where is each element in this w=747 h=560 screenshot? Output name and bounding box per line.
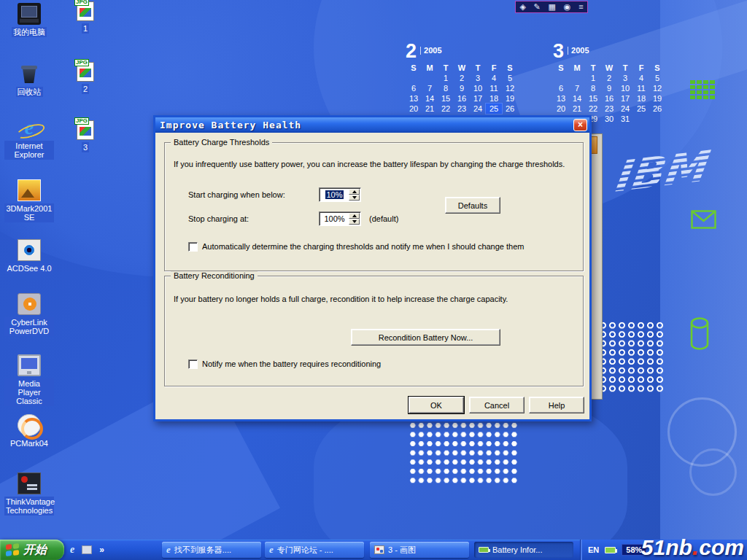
language-indicator[interactable]: EN (588, 545, 599, 554)
weekday-label: S (406, 63, 422, 73)
menu-icon[interactable]: ≡ (578, 1, 583, 12)
help-button[interactable]: Help (529, 397, 584, 413)
checkbox-icon[interactable] (188, 359, 198, 369)
task-button-label: 找不到服务器.... (174, 545, 231, 556)
desktop-icon-internet-explorer[interactable]: e Internet Explorer (4, 117, 54, 160)
battery-tray-icon[interactable] (605, 547, 616, 553)
calendar-day: 11 (486, 83, 502, 93)
calendar-day (406, 73, 422, 83)
recondition-battery-button[interactable]: Recondition Battery Now... (351, 329, 500, 346)
checkbox-icon[interactable] (188, 242, 198, 252)
dot-grid-pattern (409, 421, 518, 485)
calendar-day: 13 (406, 93, 422, 104)
calendar-day: 7 (569, 83, 585, 93)
start-charging-spinner[interactable]: 10% (319, 187, 361, 202)
task-button-battery-information[interactable]: Battery Infor... (474, 542, 573, 558)
desktop-icon-label: PCMark04 (9, 438, 50, 448)
task-button-forum[interactable]: e 专门网论坛 - .... (265, 542, 364, 558)
weekday-label: F (486, 63, 502, 73)
spinner-up-icon[interactable] (349, 189, 360, 195)
calendar-day: 7 (422, 83, 438, 93)
calendar-day: 19 (502, 93, 518, 104)
calendar-day: 4 (486, 73, 502, 83)
calendar-day: 26 (502, 104, 518, 114)
desktop-icon-pcmark04[interactable]: PCMark04 (4, 414, 54, 448)
calendar-day: 26 (649, 104, 665, 114)
weekday-label: T (438, 63, 454, 73)
jpg-file-icon: JPG (77, 62, 94, 82)
stop-charging-spinner[interactable]: 100% (319, 211, 361, 226)
calendar-title: 3 2005 (553, 41, 665, 63)
weekday-label: T (585, 63, 601, 73)
desktop-icon-media-player-classic[interactable]: Media Player Classic (4, 354, 54, 406)
windows-flag-icon (6, 543, 19, 556)
desktop-file-jpg-1[interactable]: JPG 1 (69, 1, 102, 34)
thinkvantage-icon (18, 472, 41, 494)
desktop-file-jpg-2[interactable]: JPG 2 (69, 62, 102, 94)
notify-reconditioning-checkbox[interactable]: Notify me when the battery requires reco… (188, 359, 568, 369)
group-title: Battery Charge Thresholds (171, 138, 272, 147)
desktop-icon-label: 我的电脑 (12, 27, 47, 37)
start-button[interactable]: 开始 (0, 540, 64, 560)
dialog-title: Improve Battery Health (160, 120, 301, 131)
task-button-paint[interactable]: 3 - 画图 (370, 542, 469, 558)
ring-grid-pattern (598, 321, 665, 393)
desktop-icon-acdsee[interactable]: ACDSee 4.0 (4, 239, 54, 273)
calendar-day: 31 (617, 114, 633, 124)
pen-icon[interactable]: ✎ (534, 1, 541, 12)
calendar-day: 12 (502, 83, 518, 93)
stop-charging-value[interactable]: 100% (321, 214, 348, 223)
ok-button[interactable]: OK (409, 397, 464, 413)
close-icon[interactable]: × (573, 119, 587, 131)
start-charging-value[interactable]: 10% (321, 190, 348, 199)
media-player-quicklaunch-icon[interactable] (82, 545, 92, 554)
quicklaunch-chevron-icon[interactable]: » (99, 545, 104, 555)
calendar-day: 24 (617, 104, 633, 114)
desktop: IBM 2 2005 SMTWTFS 123456789101112131415… (0, 0, 747, 560)
spreadsheet-grid-icon (690, 80, 719, 102)
target-icon[interactable]: ◉ (564, 1, 571, 12)
desktop-icon-my-computer[interactable]: 我的电脑 (4, 3, 54, 37)
cancel-button[interactable]: Cancel (469, 397, 525, 413)
calendar-day: 16 (454, 93, 470, 104)
task-button-label: 3 - 画图 (388, 545, 416, 556)
calendar-day: 11 (633, 83, 649, 93)
calendar-day: 6 (406, 83, 422, 93)
checkbox-label: Notify me when the battery requires reco… (202, 359, 381, 368)
start-button-label: 开始 (23, 542, 47, 558)
internet-explorer-icon: e (18, 117, 41, 139)
calendar-weekday-row: SMTWTFS (406, 63, 518, 73)
acdsee-icon (18, 239, 41, 261)
calendar-day: 20 (406, 104, 422, 114)
calendar-year: 2005 (420, 47, 441, 55)
spinner-up-icon[interactable] (349, 213, 360, 219)
calendar-day: 10 (617, 83, 633, 93)
floating-mini-toolbar: ◈ ✎ ▦ ◉ ≡ (515, 1, 588, 13)
watermark-dot: . (692, 542, 699, 550)
desktop-icon-recycle-bin[interactable]: 回收站 (4, 63, 54, 97)
diamond-icon[interactable]: ◈ (519, 1, 525, 12)
desktop-file-jpg-3[interactable]: JPG 3 (69, 120, 102, 152)
internet-explorer-quicklaunch-icon[interactable]: e (70, 544, 74, 556)
task-button-server-not-found[interactable]: e 找不到服务器.... (162, 542, 261, 558)
calendar-day: 2 (454, 73, 470, 83)
weekday-label: T (617, 63, 633, 73)
calendar-day: 6 (553, 83, 569, 93)
calendar-weekday-row: SMTWTFS (553, 63, 665, 73)
auto-determine-checkbox[interactable]: Automatically determine the charging thr… (188, 242, 568, 252)
calendar-day: 5 (649, 73, 665, 83)
desktop-icon-3dmark2001[interactable]: 3DMark2001 SE (4, 179, 54, 222)
desktop-icon-thinkvantage[interactable]: ThinkVantage Technologies (4, 472, 54, 516)
spinner-down-icon[interactable] (349, 219, 360, 225)
spinner-down-icon[interactable] (349, 195, 360, 201)
dialog-titlebar[interactable]: Improve Battery Health (155, 117, 589, 133)
calendar-day: 23 (454, 104, 470, 114)
grid-icon[interactable]: ▦ (549, 1, 556, 12)
improve-battery-health-dialog: Improve Battery Health × Battery Charge … (153, 115, 592, 421)
calendar-day: 14 (422, 93, 438, 104)
calendar-day: 16 (601, 93, 617, 104)
background-shape (689, 448, 737, 496)
envelope-icon (691, 210, 717, 230)
defaults-button[interactable]: Defaults (445, 197, 500, 214)
desktop-icon-powerdvd[interactable]: CyberLink PowerDVD (4, 293, 54, 336)
